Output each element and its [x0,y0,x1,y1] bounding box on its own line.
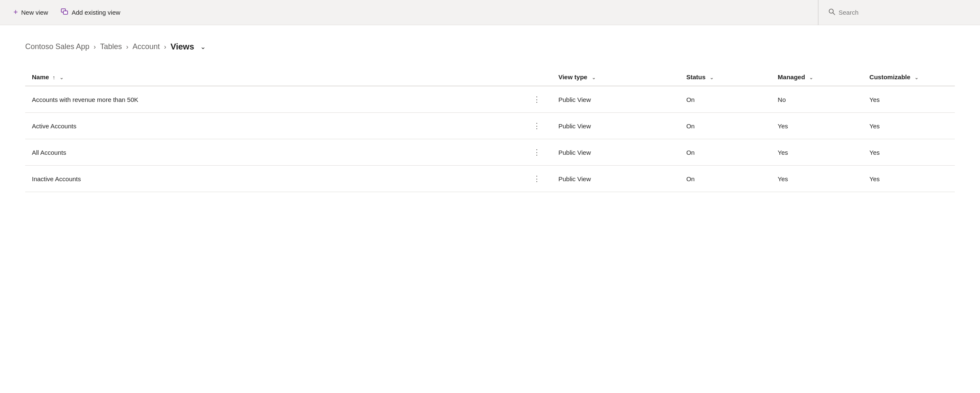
row-more-button-1[interactable]: ⋮ [530,120,545,131]
column-name[interactable]: Name ⌄ [25,68,523,86]
breadcrumb-separator-3: › [164,43,166,51]
status-sort-icon[interactable]: ⌄ [710,75,713,81]
breadcrumb-dropdown-icon[interactable]: ⌄ [200,43,206,51]
cell-name-1: Active Accounts [25,113,523,139]
new-view-label: New view [21,9,48,16]
cell-view-type-2: Public View [551,139,679,166]
add-existing-icon [61,8,68,17]
cell-customizable-1: Yes [863,113,955,139]
cell-status-0: On [679,86,771,113]
column-more-placeholder [523,68,551,86]
cell-more-3: ⋮ [523,166,551,192]
cell-view-type-1: Public View [551,113,679,139]
breadcrumb-current: Views [170,42,194,52]
cell-view-type-0: Public View [551,86,679,113]
main-content: Contoso Sales App › Tables › Account › V… [0,25,980,393]
svg-line-3 [833,13,835,15]
table-header-row: Name ⌄ View type ⌄ Status ⌄ Managed ⌄ [25,68,955,86]
column-status[interactable]: Status ⌄ [679,68,771,86]
search-area [818,0,972,25]
column-view-type[interactable]: View type ⌄ [551,68,679,86]
cell-more-1: ⋮ [523,113,551,139]
cell-name-0: Accounts with revenue more than 50K [25,86,523,113]
cell-customizable-2: Yes [863,139,955,166]
cell-managed-3: Yes [771,166,862,192]
cell-more-2: ⋮ [523,139,551,166]
cell-name-3: Inactive Accounts [25,166,523,192]
breadcrumb-separator-2: › [126,43,128,51]
breadcrumb-account[interactable]: Account [133,42,160,51]
customizable-sort-icon[interactable]: ⌄ [915,75,918,81]
row-more-button-2[interactable]: ⋮ [530,147,545,158]
cell-managed-1: Yes [771,113,862,139]
toolbar: + New view Add existing view [0,0,980,25]
cell-managed-2: Yes [771,139,862,166]
table-row: All Accounts ⋮ Public View On Yes Yes [25,139,955,166]
search-input[interactable] [839,9,923,16]
table-row: Active Accounts ⋮ Public View On Yes Yes [25,113,955,139]
cell-view-type-3: Public View [551,166,679,192]
table-row: Inactive Accounts ⋮ Public View On Yes Y… [25,166,955,192]
view-type-sort-icon[interactable]: ⌄ [592,75,596,81]
add-existing-view-button[interactable]: Add existing view [56,6,125,19]
breadcrumb-separator-1: › [94,43,96,51]
new-view-button[interactable]: + New view [8,5,53,19]
cell-status-1: On [679,113,771,139]
breadcrumb-tables[interactable]: Tables [100,42,122,51]
cell-more-0: ⋮ [523,86,551,113]
plus-icon: + [13,8,18,17]
svg-rect-1 [63,11,68,14]
table-row: Accounts with revenue more than 50K ⋮ Pu… [25,86,955,113]
column-customizable[interactable]: Customizable ⌄ [863,68,955,86]
search-icon [828,8,835,17]
sort-desc-icon[interactable]: ⌄ [60,75,63,81]
cell-customizable-0: Yes [863,86,955,113]
toolbar-left: + New view Add existing view [8,5,125,19]
cell-status-3: On [679,166,771,192]
cell-managed-0: No [771,86,862,113]
cell-status-2: On [679,139,771,166]
row-more-button-0[interactable]: ⋮ [530,94,545,105]
views-table: Name ⌄ View type ⌄ Status ⌄ Managed ⌄ [25,68,955,192]
breadcrumb-app[interactable]: Contoso Sales App [25,42,89,51]
sort-asc-icon[interactable] [51,73,55,81]
column-managed[interactable]: Managed ⌄ [771,68,862,86]
add-existing-label: Add existing view [72,9,120,16]
managed-sort-icon[interactable]: ⌄ [809,75,813,81]
cell-name-2: All Accounts [25,139,523,166]
cell-customizable-3: Yes [863,166,955,192]
row-more-button-3[interactable]: ⋮ [530,173,545,184]
breadcrumb: Contoso Sales App › Tables › Account › V… [25,42,955,52]
